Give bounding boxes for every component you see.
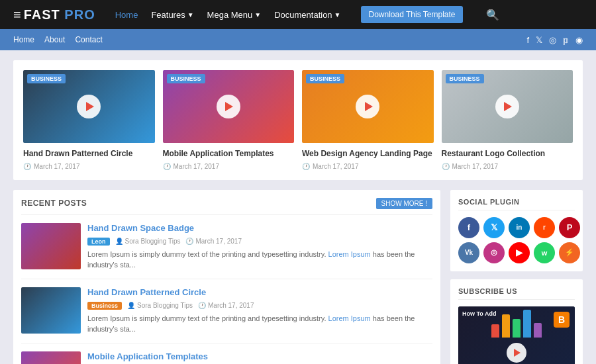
slide-title-0: Hand Drawn Patterned Circle: [23, 148, 155, 159]
slide-date-1: 🕐 March 17, 2017: [163, 163, 295, 170]
post-author-1: 👤 Sora Blogging Tips: [127, 302, 193, 309]
post-item-2: Mobile Application Templates Business 👤 …: [21, 351, 432, 364]
slide-title-2: Web Design Agency Landing Page: [302, 148, 434, 159]
instagram-icon[interactable]: ◎: [549, 35, 556, 45]
post-title-1[interactable]: Hand Drawn Patterned Circle: [87, 287, 432, 298]
slide-item-2[interactable]: BUSINESS Web Design Agency Landing Page …: [302, 70, 434, 170]
excerpt-link-1[interactable]: Lorem Ipsum: [328, 314, 371, 322]
reddit-social-btn[interactable]: r: [534, 217, 555, 238]
slide-thumb-0: BUSINESS: [23, 70, 155, 143]
main-content: BUSINESS Hand Drawn Patterned Circle 🕐 M…: [0, 50, 596, 364]
post-date-1: 🕐 March 17, 2017: [198, 302, 254, 309]
post-excerpt-0: Lorem Ipsum is simply dummy text of the …: [87, 249, 432, 271]
clock-icon-post-1: 🕐: [198, 302, 206, 309]
extra-social-icon[interactable]: ◉: [575, 35, 583, 45]
instagram-social-btn[interactable]: ◎: [483, 242, 505, 263]
video-how-to-text: How To Add: [462, 310, 497, 317]
sub-nav-contact[interactable]: Contact: [75, 35, 102, 44]
slide-item-0[interactable]: BUSINESS Hand Drawn Patterned Circle 🕐 M…: [23, 70, 155, 170]
sub-navigation: Home About Contact f 𝕏 ◎ 𝕡 ◉: [0, 29, 596, 50]
post-image-2: [21, 351, 81, 364]
twitter-icon[interactable]: 𝕏: [536, 35, 542, 45]
slider-section: BUSINESS Hand Drawn Patterned Circle 🕐 M…: [13, 60, 583, 180]
download-template-button[interactable]: Download This Template: [361, 6, 464, 23]
clock-icon-1: 🕐: [163, 163, 171, 170]
slide-date-0: 🕐 March 17, 2017: [23, 163, 155, 170]
post-item-1: Hand Drawn Patterned Circle Business 👤 S…: [21, 287, 432, 343]
post-thumb-0[interactable]: [21, 223, 81, 269]
recent-posts-title: RECENT POSTS: [21, 199, 87, 208]
slide-item-1[interactable]: BUSINESS Mobile Application Templates 🕐 …: [163, 70, 295, 170]
clock-icon-post-0: 🕐: [185, 238, 193, 245]
post-content-2: Mobile Application Templates Business 👤 …: [87, 351, 432, 364]
search-icon[interactable]: 🔍: [486, 9, 499, 21]
clock-icon-2: 🕐: [302, 163, 310, 170]
youtube-social-btn[interactable]: ▶: [509, 242, 530, 263]
post-title-2[interactable]: Mobile Application Templates: [87, 351, 432, 363]
facebook-icon[interactable]: f: [526, 35, 529, 45]
social-plugin-widget: SOCIAL PLUGIN f 𝕏 in r P Vk ◎ ▶ w ⚡: [450, 190, 583, 271]
sub-nav-about[interactable]: About: [44, 35, 65, 44]
video-bar-chart: [491, 310, 542, 338]
user-icon-1: 👤: [127, 302, 135, 309]
post-tag-1[interactable]: Business: [87, 302, 122, 310]
nav-documentation[interactable]: Documentation ▼: [274, 10, 340, 20]
whatsapp-social-btn[interactable]: w: [534, 242, 555, 263]
nav-features[interactable]: Features ▼: [151, 10, 193, 20]
rss-social-btn[interactable]: ⚡: [559, 242, 580, 263]
slide-badge-1: BUSINESS: [167, 74, 205, 83]
post-meta-0: Leon 👤 Sora Blogging Tips 🕐 March 17, 20…: [87, 238, 432, 246]
post-content-0: Hand Drawn Space Badge Leon 👤 Sora Blogg…: [87, 223, 432, 271]
social-plugin-title: SOCIAL PLUGIN: [458, 198, 575, 210]
slide-date-2: 🕐 March 17, 2017: [302, 163, 434, 170]
slide-thumb-2: BUSINESS: [302, 70, 434, 143]
video-play-button[interactable]: [507, 343, 526, 363]
sub-nav-home[interactable]: Home: [13, 35, 34, 44]
facebook-social-btn[interactable]: f: [458, 217, 479, 238]
top-navigation: ≡ FAST PRO Home Features ▼ Mega Menu ▼ D…: [0, 0, 596, 29]
post-image-0: [21, 223, 81, 269]
post-author-0: 👤 Sora Blogging Tips: [115, 238, 181, 245]
post-content-1: Hand Drawn Patterned Circle Business 👤 S…: [87, 287, 432, 335]
show-more-button[interactable]: SHOW MORE !: [376, 198, 432, 209]
play-button-2[interactable]: [356, 95, 379, 118]
sub-nav-links: Home About Contact: [13, 35, 103, 44]
play-button-3[interactable]: [495, 95, 519, 118]
subscribe-video[interactable]: How To Add B: [458, 306, 575, 364]
sub-nav-social: f 𝕏 ◎ 𝕡 ◉: [526, 35, 583, 45]
post-date-0: 🕐 March 17, 2017: [185, 238, 242, 245]
subscribe-widget: SUBSCRIBE US How To Add B: [450, 279, 583, 364]
slide-title-3: Restaurant Logo Collection: [442, 148, 573, 159]
social-plugin-grid: f 𝕏 in r P Vk ◎ ▶ w ⚡: [458, 217, 575, 263]
slider-grid: BUSINESS Hand Drawn Patterned Circle 🕐 M…: [23, 70, 573, 170]
clock-icon-3: 🕐: [442, 163, 450, 170]
post-thumb-2[interactable]: [21, 351, 81, 364]
nav-megamenu[interactable]: Mega Menu ▼: [207, 10, 262, 20]
excerpt-link-0[interactable]: Lorem Ipsum: [328, 250, 371, 258]
play-button-0[interactable]: [77, 95, 101, 118]
nav-home[interactable]: Home: [115, 10, 138, 20]
post-meta-1: Business 👤 Sora Blogging Tips 🕐 March 17…: [87, 302, 432, 310]
logo-text: FAST PRO: [24, 7, 95, 23]
slide-item-3[interactable]: BUSINESS Restaurant Logo Collection 🕐 Ma…: [442, 70, 573, 170]
vk-social-btn[interactable]: Vk: [458, 242, 479, 263]
post-tag-0[interactable]: Leon: [87, 238, 110, 246]
user-icon-0: 👤: [115, 238, 123, 245]
linkedin-social-btn[interactable]: in: [509, 217, 530, 238]
twitter-social-btn[interactable]: 𝕏: [483, 217, 505, 238]
pinterest-social-btn[interactable]: P: [559, 217, 580, 238]
subscribe-title: SUBSCRIBE US: [458, 287, 575, 300]
logo[interactable]: ≡ FAST PRO: [13, 7, 95, 23]
slide-thumb-1: BUSINESS: [163, 70, 295, 143]
post-thumb-1[interactable]: [21, 287, 81, 334]
post-excerpt-1: Lorem Ipsum is simply dummy text of the …: [87, 313, 432, 335]
slide-title-1: Mobile Application Templates: [163, 148, 295, 159]
slide-badge-0: BUSINESS: [27, 74, 66, 83]
play-button-1[interactable]: [217, 95, 240, 118]
slide-badge-2: BUSINESS: [306, 74, 344, 83]
pinterest-icon[interactable]: 𝕡: [563, 35, 569, 45]
logo-icon: ≡: [13, 7, 21, 23]
slide-thumb-3: BUSINESS: [442, 70, 573, 143]
post-title-0[interactable]: Hand Drawn Space Badge: [87, 223, 432, 234]
slide-badge-3: BUSINESS: [446, 74, 484, 83]
